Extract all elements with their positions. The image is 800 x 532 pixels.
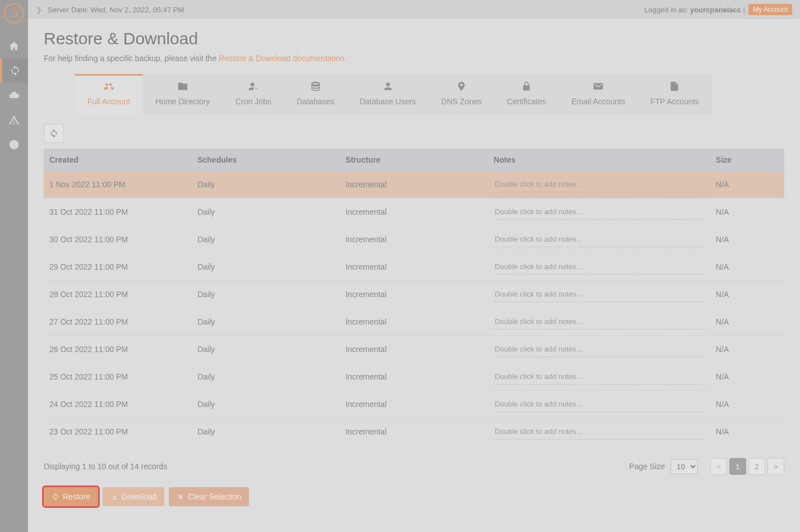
col-header-structure[interactable]: Structure [340, 149, 488, 171]
cell-created: 27 Oct 2022 11:00 PM [44, 308, 192, 336]
topbar: ❯ Server Date: Wed, Nov 2, 2022, 05:47 P… [28, 0, 800, 19]
tab-label: Databases [297, 97, 335, 106]
clock-icon [8, 139, 20, 150]
table-row[interactable]: 24 Oct 2022 11:00 PM Daily Incremental N… [44, 391, 784, 418]
cell-schedules: Daily [192, 418, 340, 446]
tab-label: Certificates [507, 97, 546, 106]
notes-input[interactable] [494, 259, 705, 275]
cell-size: N/A [710, 226, 784, 253]
tab-ftp-accounts[interactable]: FTP Accounts [638, 74, 712, 114]
account-name: yourcpanelacc [690, 6, 741, 14]
cell-notes [488, 281, 710, 308]
col-header-size[interactable]: Size [710, 149, 784, 171]
cell-size: N/A [710, 308, 784, 336]
download-button[interactable]: Download [103, 487, 164, 506]
pagination-display: Displaying 1 to 10 out of 14 records [44, 462, 167, 471]
backup-table: Created Schedules Structure Notes Size 1… [44, 149, 784, 446]
pager-page-1[interactable]: 1 [729, 458, 746, 475]
cell-notes [488, 171, 710, 198]
table-row[interactable]: 23 Oct 2022 11:00 PM Daily Incremental N… [44, 418, 784, 446]
cell-size: N/A [710, 281, 784, 308]
pager-next[interactable]: > [767, 458, 784, 475]
file-icon [650, 81, 699, 94]
table-row[interactable]: 30 Oct 2022 11:00 PM Daily Incremental N… [44, 226, 784, 253]
pager-prev[interactable]: < [710, 458, 727, 475]
tab-label: FTP Accounts [650, 97, 699, 106]
cell-created: 26 Oct 2022 11:00 PM [44, 336, 192, 363]
sidebar-item-download[interactable] [0, 83, 28, 108]
folder-icon [155, 81, 210, 94]
pager: < 12 > [710, 458, 784, 475]
cell-structure: Incremental [340, 391, 488, 418]
cell-structure: Incremental [340, 198, 488, 226]
page-size-select[interactable]: 10 [670, 459, 698, 474]
clear-selection-button[interactable]: Clear Selection [169, 487, 249, 506]
tab-dns-zones[interactable]: DNS Zones [429, 74, 494, 114]
pager-page-2[interactable]: 2 [748, 458, 765, 475]
cell-created: 25 Oct 2022 11:00 PM [44, 363, 192, 391]
page-size-label: Page Size [629, 462, 665, 471]
cell-size: N/A [710, 171, 784, 198]
cell-size: N/A [710, 253, 784, 281]
tab-databases[interactable]: Databases [285, 74, 348, 114]
notes-input[interactable] [494, 314, 705, 330]
table-row[interactable]: 31 Oct 2022 11:00 PM Daily Incremental N… [44, 198, 784, 226]
sidebar-item-history[interactable] [0, 132, 28, 157]
tab-home-directory[interactable]: Home Directory [143, 74, 223, 114]
server-date-label: Server Date: [48, 6, 89, 14]
sidebar [0, 0, 28, 532]
user-gear-icon [235, 81, 272, 94]
refresh-button[interactable] [44, 124, 64, 143]
table-row[interactable]: 25 Oct 2022 11:00 PM Daily Incremental N… [44, 363, 784, 391]
tab-certificates[interactable]: Certificates [494, 74, 559, 114]
tab-label: Home Directory [155, 97, 210, 106]
cell-created: 29 Oct 2022 11:00 PM [44, 253, 192, 281]
table-row[interactable]: 28 Oct 2022 11:00 PM Daily Incremental N… [44, 281, 784, 308]
notes-input[interactable] [494, 286, 705, 302]
cell-notes [488, 198, 710, 226]
cell-notes [488, 418, 710, 446]
table-row[interactable]: 27 Oct 2022 11:00 PM Daily Incremental N… [44, 308, 784, 336]
tab-database-users[interactable]: Database Users [347, 74, 428, 114]
database-icon [297, 81, 335, 94]
cell-structure: Incremental [340, 308, 488, 336]
notes-input[interactable] [494, 369, 705, 385]
cell-created: 1 Nov 2022 11:00 PM [44, 171, 192, 198]
notes-input[interactable] [494, 424, 705, 440]
help-link[interactable]: Restore & Download documentation. [219, 54, 346, 63]
cell-notes [488, 308, 710, 336]
col-header-schedules[interactable]: Schedules [192, 149, 340, 171]
cell-schedules: Daily [192, 391, 340, 418]
table-row[interactable]: 26 Oct 2022 11:00 PM Daily Incremental N… [44, 336, 784, 363]
tab-cron-jobs[interactable]: Cron Jobs [223, 74, 285, 114]
notes-input[interactable] [494, 341, 705, 357]
table-row[interactable]: 1 Nov 2022 11:00 PM Daily Incremental N/… [44, 171, 784, 198]
tab-label: Full Account [87, 97, 130, 106]
restore-button[interactable]: Restore [44, 487, 98, 506]
download-icon [110, 493, 118, 501]
table-footer: Displaying 1 to 10 out of 14 records Pag… [44, 458, 784, 475]
sidebar-item-restore[interactable] [0, 58, 28, 83]
cell-notes [488, 336, 710, 363]
col-header-notes[interactable]: Notes [488, 149, 710, 171]
notes-input[interactable] [494, 232, 705, 247]
tab-label: Cron Jobs [235, 97, 271, 106]
my-account-button[interactable]: My Account [748, 4, 792, 15]
cell-created: 28 Oct 2022 11:00 PM [44, 281, 192, 308]
col-header-created[interactable]: Created [44, 149, 192, 171]
cell-schedules: Daily [192, 308, 340, 336]
refresh-icon [49, 129, 58, 138]
tab-full-account[interactable]: Full Account [75, 74, 143, 114]
notes-input[interactable] [494, 177, 705, 192]
sidebar-item-alerts[interactable] [0, 108, 28, 132]
table-row[interactable]: 29 Oct 2022 11:00 PM Daily Incremental N… [44, 253, 784, 281]
sidebar-item-home[interactable] [0, 34, 28, 58]
tab-email-accounts[interactable]: Email Accounts [559, 74, 638, 114]
action-bar: Restore Download Clear Selection [44, 487, 784, 506]
tab-label: Database Users [359, 97, 415, 106]
cell-structure: Incremental [340, 418, 488, 446]
notes-input[interactable] [494, 396, 705, 412]
cell-structure: Incremental [340, 336, 488, 363]
notes-input[interactable] [494, 204, 705, 220]
logged-in-label: Logged in as: [644, 6, 688, 14]
